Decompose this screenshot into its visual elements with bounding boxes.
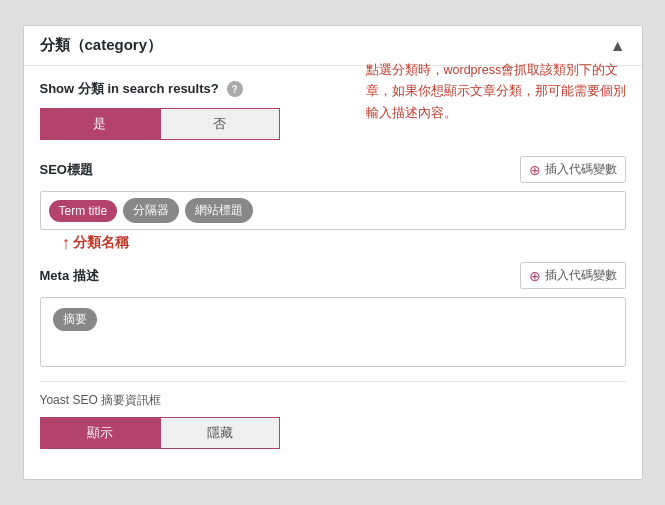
yoast-hide-button[interactable]: 隱藏: [160, 417, 280, 449]
meta-header: Meta 描述 ⊕ 插入代碼變數: [40, 262, 626, 289]
seo-title-insert-label: 插入代碼變數: [545, 161, 617, 178]
seo-title-insert-button[interactable]: ⊕ 插入代碼變數: [520, 156, 626, 183]
toggle-yes-button[interactable]: 是: [40, 108, 160, 140]
search-results-row: Show 分類 in search results? ?: [40, 80, 626, 98]
collapse-icon[interactable]: ▲: [610, 37, 626, 55]
panel-title: 分類（category）: [40, 36, 163, 55]
meta-textarea[interactable]: 摘要: [40, 297, 626, 367]
meta-textarea-wrapper: 摘要: [40, 297, 626, 367]
meta-section: Meta 描述 ⊕ 插入代碼變數 摘要: [40, 262, 626, 367]
plus-icon-meta: ⊕: [529, 268, 541, 284]
seo-title-label: SEO標題: [40, 161, 93, 179]
panel-header: 分類（category） ▲: [24, 26, 642, 66]
annotation-label: 分類名稱: [73, 234, 129, 252]
yoast-toggle-group: 顯示 隱藏: [40, 417, 280, 449]
yoast-show-button[interactable]: 顯示: [40, 417, 160, 449]
plus-icon: ⊕: [529, 162, 541, 178]
yoast-section: Yoast SEO 摘要資訊框 顯示 隱藏: [40, 381, 626, 449]
meta-insert-button[interactable]: ⊕ 插入代碼變數: [520, 262, 626, 289]
tag-site-title: 網站標題: [185, 198, 253, 223]
panel-body: 點選分類時，wordpress會抓取該類別下的文章，如果你想顯示文章分類，那可能…: [24, 66, 642, 479]
help-icon[interactable]: ?: [227, 81, 243, 97]
seo-title-header: SEO標題 ⊕ 插入代碼變數: [40, 156, 626, 183]
tag-term-title: Term title: [49, 200, 118, 222]
seo-title-tags-input[interactable]: Term title 分隔器 網站標題: [40, 191, 626, 230]
arrow-annotation: ↑ 分類名稱: [40, 234, 626, 252]
meta-label: Meta 描述: [40, 267, 99, 285]
search-results-label: Show 分類 in search results?: [40, 80, 219, 98]
arrow-up-icon: ↑: [62, 234, 71, 252]
meta-tag-summary: 摘要: [53, 308, 97, 331]
toggle-no-button[interactable]: 否: [160, 108, 280, 140]
category-panel: 分類（category） ▲ 點選分類時，wordpress會抓取該類別下的文章…: [23, 25, 643, 480]
content-wrapper: 點選分類時，wordpress會抓取該類別下的文章，如果你想顯示文章分類，那可能…: [40, 80, 626, 140]
toggle-group: 是 否: [40, 108, 280, 140]
yoast-label: Yoast SEO 摘要資訊框: [40, 392, 626, 409]
meta-insert-label: 插入代碼變數: [545, 267, 617, 284]
tag-separator: 分隔器: [123, 198, 179, 223]
